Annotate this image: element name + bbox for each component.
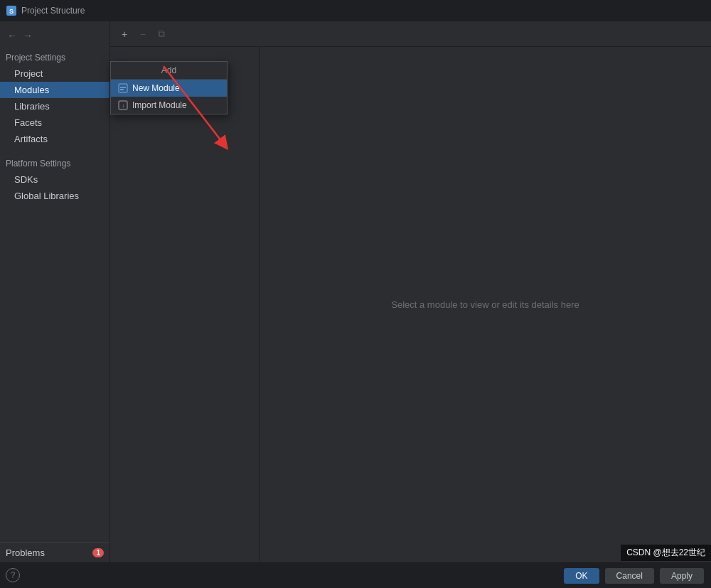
- svg-text:S: S: [9, 8, 14, 15]
- forward-arrow[interactable]: →: [21, 30, 34, 41]
- new-module-icon: [118, 83, 128, 93]
- problems-badge: 1: [92, 548, 104, 557]
- dropdown-item-new-module[interactable]: New Module: [111, 80, 227, 97]
- sidebar-item-artifacts[interactable]: Artifacts: [0, 131, 109, 147]
- cancel-button[interactable]: Cancel: [605, 568, 654, 584]
- sidebar-item-libraries[interactable]: Libraries: [0, 98, 109, 114]
- svg-rect-4: [120, 89, 124, 90]
- platform-settings-section: Platform Settings SDKs Global Libraries: [0, 153, 109, 204]
- svg-text:↓: ↓: [122, 102, 124, 109]
- svg-rect-3: [120, 87, 126, 88]
- dropdown-header: Add: [111, 62, 227, 80]
- platform-settings-label: Platform Settings: [0, 153, 109, 171]
- detail-placeholder: Select a module to view or edit its deta…: [391, 299, 579, 310]
- title-bar: S Project Structure: [0, 0, 711, 21]
- import-module-label: Import Module: [132, 100, 187, 110]
- import-module-icon: ↓: [118, 100, 128, 110]
- sidebar-item-modules[interactable]: Modules: [0, 82, 109, 98]
- copy-button[interactable]: ⧉: [153, 26, 170, 43]
- module-list-panel: Nothing to show: [110, 47, 260, 562]
- add-button[interactable]: +: [116, 26, 133, 43]
- apply-button[interactable]: Apply: [660, 568, 704, 584]
- problems-section[interactable]: Problems 1: [0, 542, 109, 562]
- sidebar-item-facets[interactable]: Facets: [0, 114, 109, 131]
- nav-arrows: ← →: [0, 27, 109, 47]
- ok-button[interactable]: OK: [564, 568, 599, 584]
- sidebar: ← → Project Settings Project Modules Lib…: [0, 21, 110, 562]
- sidebar-item-global-libraries[interactable]: Global Libraries: [0, 188, 109, 204]
- bottom-bar: OK Cancel Apply: [0, 562, 711, 588]
- new-module-label: New Module: [132, 83, 180, 93]
- add-dropdown-menu: Add New Module ↓ Import Module: [110, 61, 228, 114]
- project-settings-label: Project Settings: [0, 47, 109, 65]
- sidebar-item-sdks[interactable]: SDKs: [0, 171, 109, 188]
- app-icon: S: [6, 5, 17, 16]
- remove-button[interactable]: −: [134, 26, 151, 43]
- help-icon[interactable]: ?: [6, 568, 20, 582]
- dropdown-item-import-module[interactable]: ↓ Import Module: [111, 97, 227, 114]
- main-layout: ← → Project Settings Project Modules Lib…: [0, 21, 711, 588]
- detail-panel: Select a module to view or edit its deta…: [260, 47, 711, 562]
- watermark: CSDN @想去22世纪: [621, 545, 711, 561]
- problems-label: Problems: [6, 547, 45, 558]
- svg-rect-2: [119, 84, 127, 92]
- content-area: ← → Project Settings Project Modules Lib…: [0, 21, 711, 562]
- toolbar: + − ⧉: [110, 21, 711, 47]
- window-title: Project Structure: [21, 6, 85, 16]
- sidebar-item-project[interactable]: Project: [0, 65, 109, 82]
- back-arrow[interactable]: ←: [6, 30, 18, 41]
- panels-container: Nothing to show Select a module to view …: [110, 47, 711, 562]
